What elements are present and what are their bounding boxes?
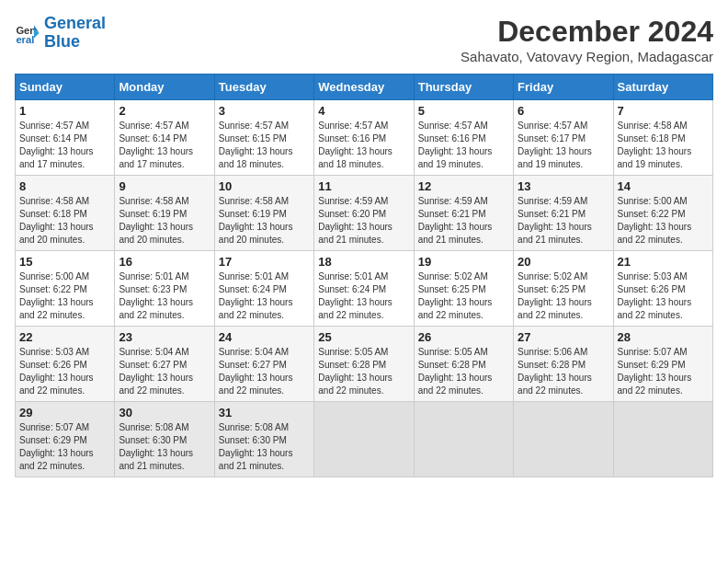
day-info: Sunrise: 4:57 AM Sunset: 6:15 PM Dayligh… <box>219 120 310 171</box>
day-info: Sunrise: 5:01 AM Sunset: 6:24 PM Dayligh… <box>318 270 409 322</box>
day-number: 15 <box>19 255 110 269</box>
calendar-cell: 7Sunrise: 4:58 AM Sunset: 6:18 PM Daylig… <box>613 100 712 176</box>
day-number: 3 <box>219 104 310 118</box>
calendar-cell: 24Sunrise: 5:04 AM Sunset: 6:27 PM Dayli… <box>214 327 313 402</box>
day-info: Sunrise: 4:59 AM Sunset: 6:21 PM Dayligh… <box>518 195 609 247</box>
day-info: Sunrise: 5:04 AM Sunset: 6:27 PM Dayligh… <box>119 346 210 397</box>
logo: Gen eral General Blue <box>15 15 106 52</box>
calendar-cell: 13Sunrise: 4:59 AM Sunset: 6:21 PM Dayli… <box>514 176 613 251</box>
page-header: Gen eral General Blue December 2024 Saha… <box>15 15 713 64</box>
calendar-cell: 12Sunrise: 4:59 AM Sunset: 6:21 PM Dayli… <box>414 176 513 251</box>
day-number: 29 <box>19 406 110 419</box>
calendar-cell: 29Sunrise: 5:07 AM Sunset: 6:29 PM Dayli… <box>16 402 115 477</box>
calendar-cell: 8Sunrise: 4:58 AM Sunset: 6:18 PM Daylig… <box>16 176 115 251</box>
day-number: 13 <box>518 179 609 193</box>
day-number: 9 <box>119 179 210 193</box>
day-number: 24 <box>219 330 310 344</box>
day-number: 11 <box>318 179 409 193</box>
calendar-cell: 3Sunrise: 4:57 AM Sunset: 6:15 PM Daylig… <box>214 100 313 176</box>
calendar-cell: 21Sunrise: 5:03 AM Sunset: 6:26 PM Dayli… <box>613 251 712 327</box>
day-number: 26 <box>418 330 509 344</box>
calendar-header-saturday: Saturday <box>613 75 712 100</box>
day-info: Sunrise: 4:58 AM Sunset: 6:19 PM Dayligh… <box>119 195 210 247</box>
calendar-cell: 2Sunrise: 4:57 AM Sunset: 6:14 PM Daylig… <box>115 100 214 176</box>
day-number: 22 <box>19 330 110 344</box>
day-number: 2 <box>119 104 210 118</box>
calendar-cell <box>514 402 613 477</box>
day-info: Sunrise: 5:07 AM Sunset: 6:29 PM Dayligh… <box>618 346 709 397</box>
day-number: 1 <box>19 104 110 118</box>
calendar-table: SundayMondayTuesdayWednesdayThursdayFrid… <box>15 74 713 477</box>
day-info: Sunrise: 5:04 AM Sunset: 6:27 PM Dayligh… <box>219 346 310 397</box>
day-info: Sunrise: 5:00 AM Sunset: 6:22 PM Dayligh… <box>618 195 709 247</box>
day-info: Sunrise: 4:57 AM Sunset: 6:14 PM Dayligh… <box>19 120 110 171</box>
day-info: Sunrise: 5:05 AM Sunset: 6:28 PM Dayligh… <box>418 346 509 397</box>
day-number: 23 <box>119 330 210 344</box>
calendar-cell: 5Sunrise: 4:57 AM Sunset: 6:16 PM Daylig… <box>414 100 513 176</box>
calendar-cell: 28Sunrise: 5:07 AM Sunset: 6:29 PM Dayli… <box>613 327 712 402</box>
day-number: 25 <box>318 330 409 344</box>
calendar-cell <box>613 402 712 477</box>
calendar-cell: 6Sunrise: 4:57 AM Sunset: 6:17 PM Daylig… <box>514 100 613 176</box>
day-info: Sunrise: 4:58 AM Sunset: 6:18 PM Dayligh… <box>19 195 110 247</box>
calendar-week-row: 8Sunrise: 4:58 AM Sunset: 6:18 PM Daylig… <box>16 176 713 251</box>
day-number: 17 <box>219 255 310 269</box>
calendar-cell: 14Sunrise: 5:00 AM Sunset: 6:22 PM Dayli… <box>613 176 712 251</box>
day-info: Sunrise: 4:58 AM Sunset: 6:18 PM Dayligh… <box>618 120 709 171</box>
calendar-cell <box>414 402 513 477</box>
calendar-cell: 23Sunrise: 5:04 AM Sunset: 6:27 PM Dayli… <box>115 327 214 402</box>
day-info: Sunrise: 4:57 AM Sunset: 6:14 PM Dayligh… <box>119 120 210 171</box>
day-info: Sunrise: 4:57 AM Sunset: 6:17 PM Dayligh… <box>518 120 609 171</box>
calendar-cell: 10Sunrise: 4:58 AM Sunset: 6:19 PM Dayli… <box>214 176 313 251</box>
day-info: Sunrise: 5:02 AM Sunset: 6:25 PM Dayligh… <box>518 270 609 322</box>
day-number: 12 <box>418 179 509 193</box>
day-number: 7 <box>618 104 709 118</box>
day-info: Sunrise: 5:01 AM Sunset: 6:23 PM Dayligh… <box>119 270 210 322</box>
calendar-cell: 22Sunrise: 5:03 AM Sunset: 6:26 PM Dayli… <box>16 327 115 402</box>
day-info: Sunrise: 5:08 AM Sunset: 6:30 PM Dayligh… <box>219 421 310 473</box>
calendar-cell: 25Sunrise: 5:05 AM Sunset: 6:28 PM Dayli… <box>314 327 414 402</box>
logo-icon: Gen eral <box>15 20 40 46</box>
day-info: Sunrise: 5:08 AM Sunset: 6:30 PM Dayligh… <box>119 421 210 473</box>
day-info: Sunrise: 5:05 AM Sunset: 6:28 PM Dayligh… <box>318 346 409 397</box>
day-info: Sunrise: 4:58 AM Sunset: 6:19 PM Dayligh… <box>219 195 310 247</box>
day-number: 19 <box>418 255 509 269</box>
day-info: Sunrise: 5:02 AM Sunset: 6:25 PM Dayligh… <box>418 270 509 322</box>
calendar-cell: 4Sunrise: 4:57 AM Sunset: 6:16 PM Daylig… <box>314 100 414 176</box>
calendar-cell: 16Sunrise: 5:01 AM Sunset: 6:23 PM Dayli… <box>115 251 214 327</box>
day-info: Sunrise: 5:03 AM Sunset: 6:26 PM Dayligh… <box>19 346 110 397</box>
day-info: Sunrise: 5:06 AM Sunset: 6:28 PM Dayligh… <box>518 346 609 397</box>
calendar-cell: 31Sunrise: 5:08 AM Sunset: 6:30 PM Dayli… <box>214 402 313 477</box>
day-number: 6 <box>518 104 609 118</box>
calendar-cell: 27Sunrise: 5:06 AM Sunset: 6:28 PM Dayli… <box>514 327 613 402</box>
calendar-header-sunday: Sunday <box>16 75 115 100</box>
day-number: 5 <box>418 104 509 118</box>
day-number: 18 <box>318 255 409 269</box>
calendar-cell: 30Sunrise: 5:08 AM Sunset: 6:30 PM Dayli… <box>115 402 214 477</box>
calendar-cell: 17Sunrise: 5:01 AM Sunset: 6:24 PM Dayli… <box>214 251 313 327</box>
calendar-cell <box>314 402 414 477</box>
day-info: Sunrise: 5:01 AM Sunset: 6:24 PM Dayligh… <box>219 270 310 322</box>
calendar-header-row: SundayMondayTuesdayWednesdayThursdayFrid… <box>16 75 713 100</box>
calendar-header-wednesday: Wednesday <box>314 75 414 100</box>
calendar-body: 1Sunrise: 4:57 AM Sunset: 6:14 PM Daylig… <box>16 100 713 477</box>
day-number: 10 <box>219 179 310 193</box>
day-info: Sunrise: 4:57 AM Sunset: 6:16 PM Dayligh… <box>318 120 409 171</box>
calendar-header-friday: Friday <box>514 75 613 100</box>
day-number: 20 <box>518 255 609 269</box>
day-info: Sunrise: 5:03 AM Sunset: 6:26 PM Dayligh… <box>618 270 709 322</box>
day-number: 21 <box>618 255 709 269</box>
svg-text:eral: eral <box>16 34 34 45</box>
calendar-week-row: 22Sunrise: 5:03 AM Sunset: 6:26 PM Dayli… <box>16 327 713 402</box>
title-area: December 2024 Sahavato, Vatovavy Region,… <box>461 15 713 64</box>
calendar-cell: 9Sunrise: 4:58 AM Sunset: 6:19 PM Daylig… <box>115 176 214 251</box>
day-number: 28 <box>618 330 709 344</box>
day-info: Sunrise: 4:59 AM Sunset: 6:21 PM Dayligh… <box>418 195 509 247</box>
calendar-header-thursday: Thursday <box>414 75 513 100</box>
day-number: 30 <box>119 406 210 419</box>
calendar-cell: 20Sunrise: 5:02 AM Sunset: 6:25 PM Dayli… <box>514 251 613 327</box>
calendar-header-tuesday: Tuesday <box>214 75 313 100</box>
calendar-cell: 19Sunrise: 5:02 AM Sunset: 6:25 PM Dayli… <box>414 251 513 327</box>
logo-text: General Blue <box>44 15 106 52</box>
day-number: 14 <box>618 179 709 193</box>
